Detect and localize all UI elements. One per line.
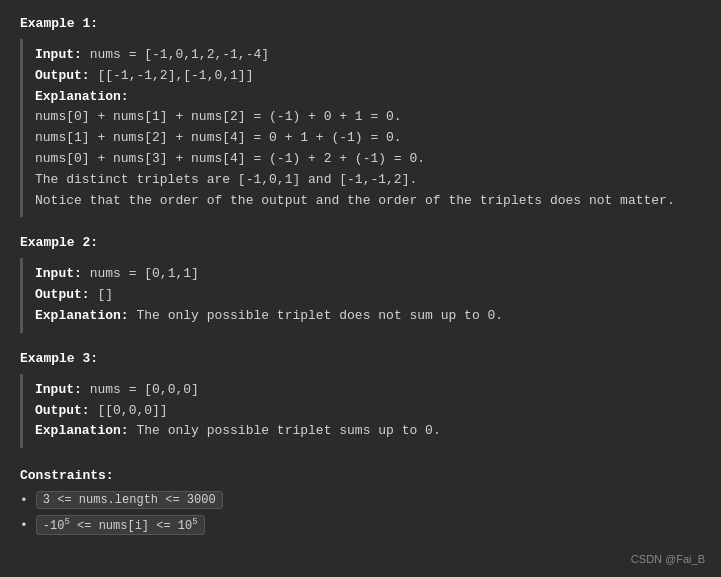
example-1-exp-line-4: Notice that the order of the output and …: [35, 191, 689, 212]
example-2-output: Output: []: [35, 285, 689, 306]
example-2-explanation: Explanation: The only possible triplet d…: [35, 306, 689, 327]
output-value-2-text: []: [97, 287, 113, 302]
output-label-2: Output:: [35, 287, 90, 302]
example-1-exp-line-2: nums[0] + nums[3] + nums[4] = (-1) + 2 +…: [35, 149, 689, 170]
explanation-value-2-text: The only possible triplet does not sum u…: [136, 308, 503, 323]
example-3-input: Input: nums = [0,0,0]: [35, 380, 689, 401]
example-2-input: Input: nums = [0,1,1]: [35, 264, 689, 285]
output-value-1-text: [[-1,-1,2],[-1,0,1]]: [97, 68, 253, 83]
input-label-3: Input:: [35, 382, 82, 397]
input-value-2-text: nums = [0,1,1]: [90, 266, 199, 281]
watermark: CSDN @Fai_B: [631, 553, 705, 565]
explanation-label-3: Explanation:: [35, 423, 129, 438]
input-label-1: Input:: [35, 47, 82, 62]
bullet-1: •: [20, 493, 28, 508]
example-1-exp-line-1: nums[1] + nums[2] + nums[4] = 0 + 1 + (-…: [35, 128, 689, 149]
example-1-explanation-label: Explanation:: [35, 87, 689, 108]
input-label-2: Input:: [35, 266, 82, 281]
example-1-block: Input: nums = [-1,0,1,2,-1,-4] Output: […: [20, 39, 701, 217]
constraint-item-2: • -105 <= nums[i] <= 105: [20, 515, 701, 535]
example-3-output: Output: [[0,0,0]]: [35, 401, 689, 422]
constraints-section: Constraints: • 3 <= nums.length <= 3000 …: [20, 468, 701, 535]
example-1-title: Example 1:: [20, 16, 701, 31]
constraint-badge-2: -105 <= nums[i] <= 105: [36, 515, 205, 535]
constraint-badge-1: 3 <= nums.length <= 3000: [36, 491, 223, 509]
example-2-block: Input: nums = [0,1,1] Output: [] Explana…: [20, 258, 701, 332]
example-2-title: Example 2:: [20, 235, 701, 250]
example-3-block: Input: nums = [0,0,0] Output: [[0,0,0]] …: [20, 374, 701, 448]
output-label-1: Output:: [35, 68, 90, 83]
input-value-3-text: nums = [0,0,0]: [90, 382, 199, 397]
example-3-section: Example 3: Input: nums = [0,0,0] Output:…: [20, 351, 701, 448]
example-1-section: Example 1: Input: nums = [-1,0,1,2,-1,-4…: [20, 16, 701, 217]
constraint-item-1: • 3 <= nums.length <= 3000: [20, 491, 701, 509]
input-value-1-text: nums = [-1,0,1,2,-1,-4]: [90, 47, 269, 62]
example-3-explanation: Explanation: The only possible triplet s…: [35, 421, 689, 442]
explanation-label-1: Explanation:: [35, 89, 129, 104]
example-1-exp-line-0: nums[0] + nums[1] + nums[2] = (-1) + 0 +…: [35, 107, 689, 128]
example-1-output: Output: [[-1,-1,2],[-1,0,1]]: [35, 66, 689, 87]
explanation-value-3-text: The only possible triplet sums up to 0.: [136, 423, 440, 438]
example-2-section: Example 2: Input: nums = [0,1,1] Output:…: [20, 235, 701, 332]
bullet-2: •: [20, 518, 28, 533]
output-value-3-text: [[0,0,0]]: [97, 403, 167, 418]
explanation-label-2: Explanation:: [35, 308, 129, 323]
constraints-title: Constraints:: [20, 468, 701, 483]
example-1-exp-line-3: The distinct triplets are [-1,0,1] and […: [35, 170, 689, 191]
output-label-3: Output:: [35, 403, 90, 418]
example-1-input: Input: nums = [-1,0,1,2,-1,-4]: [35, 45, 689, 66]
example-3-title: Example 3:: [20, 351, 701, 366]
